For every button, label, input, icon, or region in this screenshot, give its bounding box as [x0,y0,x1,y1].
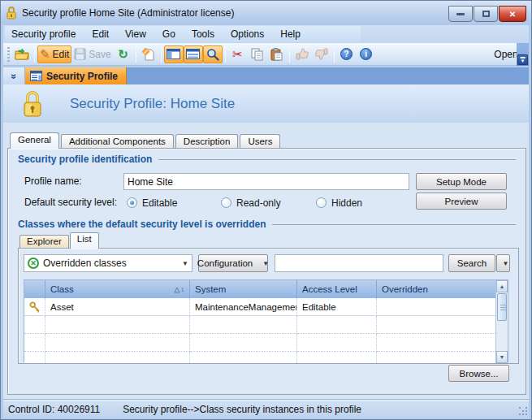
sort-order: 1 [181,286,184,293]
header-class[interactable]: Class 1 [45,280,190,298]
overridden-classes-icon: ✕ [28,258,39,269]
tab-security-profile[interactable]: Security Profile [25,67,127,84]
menu-go[interactable]: Go [154,26,184,42]
page-title: Security Profile: Home Site [70,96,235,112]
save-button-label: Save [89,49,110,60]
save-button[interactable]: Save [71,45,113,63]
table-row-asset[interactable]: Asset MaintenanceManagement Editable [24,298,495,316]
identification-group: Security profile identification [18,154,516,165]
menu-edit[interactable]: Edit [84,26,117,42]
header-icon-column[interactable] [24,280,45,298]
zoom-button[interactable] [203,45,223,63]
toolbar-grip[interactable] [7,47,10,62]
group-rule [272,224,516,225]
profile-name-input[interactable] [123,173,409,190]
header-system[interactable]: System [190,280,297,298]
overrides-table: Class 1 System Ac [24,279,508,362]
maximize-icon [482,11,490,17]
minimize-button[interactable] [448,6,473,22]
tab-general[interactable]: General [10,132,59,149]
cut-button[interactable]: ✂ [228,45,248,63]
app-window: Security profile Home Site (Administrato… [0,0,532,420]
menu-bar: Security profile Edit View Go Tools Opti… [3,25,529,43]
open-folder-button[interactable] [12,45,32,63]
configuration-button[interactable]: Configuration ▼ [198,254,268,272]
scroll-down-button[interactable]: ▼ [496,351,508,363]
header-overridden[interactable]: Overridden [377,280,495,298]
tab-users[interactable]: Users [240,134,280,149]
chevron-down-icon: ▼ [177,260,188,267]
search-input[interactable] [275,254,443,272]
scroll-up-button[interactable]: ▲ [496,280,508,292]
title-bar: Security profile Home Site (Administrato… [1,1,531,25]
paste-button[interactable] [267,45,287,63]
profile-tab-label: Security Profile [46,71,118,82]
preview-button[interactable]: Preview [416,193,507,210]
filter-combo[interactable]: ✕ Overridden classes ▼ [24,254,192,272]
toolbar-overflow[interactable]: ▬▼ [517,43,529,66]
filter-combo-value: Overridden classes [43,258,127,269]
sort-ascending-icon: 1 [174,286,184,293]
radio-hidden[interactable]: Hidden [316,194,362,211]
list-panel: ✕ Overridden classes ▼ Configuration ▼ S… [18,248,519,364]
radio-read-only[interactable]: Read-only [221,194,281,211]
scrollbar-thumb[interactable] [497,293,507,321]
table-row-empty [24,352,495,363]
header-access-level[interactable]: Access Level [297,280,377,298]
up-arrow-icon: ▲ [500,284,505,289]
copy-button[interactable] [248,45,267,63]
radio-icon [127,197,137,208]
layout-vertical-button[interactable] [164,45,184,63]
toolbar-separator [34,46,35,63]
new-record-button[interactable] [139,45,158,63]
toolbar: ✎ Edit Save ↻ [3,43,529,66]
status-bar: Control ID: 40026911 Security profile-->… [3,399,529,418]
search-button[interactable]: Search [448,254,495,272]
table-vscrollbar[interactable]: ▲ ▼ [495,280,508,363]
refresh-icon: ↻ [118,49,128,60]
layout-horizontal-button[interactable] [184,45,203,63]
search-dropdown-button[interactable]: ▼ [496,254,510,272]
overrides-group: Classes where the default security level… [18,219,516,230]
menu-tools[interactable]: Tools [184,26,223,42]
radio-editable[interactable]: Editable [127,194,177,211]
menu-options[interactable]: Options [223,26,272,42]
scrollbar-track[interactable] [496,322,508,351]
tab-additional-components[interactable]: Additional Components [61,134,174,149]
reject-button[interactable] [312,45,331,63]
approve-button[interactable] [292,45,312,63]
header-system-label: System [195,284,226,294]
info-button[interactable]: i [357,45,376,63]
setup-mode-button[interactable]: Setup Mode [416,173,507,190]
overrides-tabs: Explorer List [19,232,100,249]
edit-button[interactable]: ✎ Edit [37,45,71,63]
tab-list[interactable]: List [70,232,99,249]
toolbar-separator [225,46,226,63]
new-record-icon [142,48,154,61]
chevron-collapse-icon: » [8,73,19,79]
layout-vertical-icon [167,49,180,59]
refresh-button[interactable]: ↻ [114,45,133,63]
identification-heading: Security profile identification [18,154,152,165]
help-button[interactable]: ? [337,45,357,63]
thumbs-down-icon [315,48,328,60]
general-tab-page: Security profile identification Profile … [7,148,526,395]
resize-grip[interactable] [519,407,529,417]
menu-view[interactable]: View [117,26,154,42]
cut-icon: ✂ [232,49,243,60]
browse-button[interactable]: Browse... [448,365,509,382]
table-row-empty [24,334,495,352]
maximize-button[interactable] [474,6,498,22]
cell-access-level: Editable [297,298,377,316]
copy-icon [251,48,263,61]
padlock-icon [21,89,44,119]
collapse-button[interactable]: » [3,67,25,84]
menu-help[interactable]: Help [272,26,309,42]
security-level-label: Default security level: [24,194,117,211]
close-button[interactable]: ✕ [499,6,526,22]
status-message: Security profile-->Class security instan… [123,404,361,415]
tab-explorer[interactable]: Explorer [19,235,69,249]
menu-security-profile[interactable]: Security profile [3,26,84,42]
browse-label: Browse... [460,369,499,379]
tab-description[interactable]: Description [175,134,239,149]
